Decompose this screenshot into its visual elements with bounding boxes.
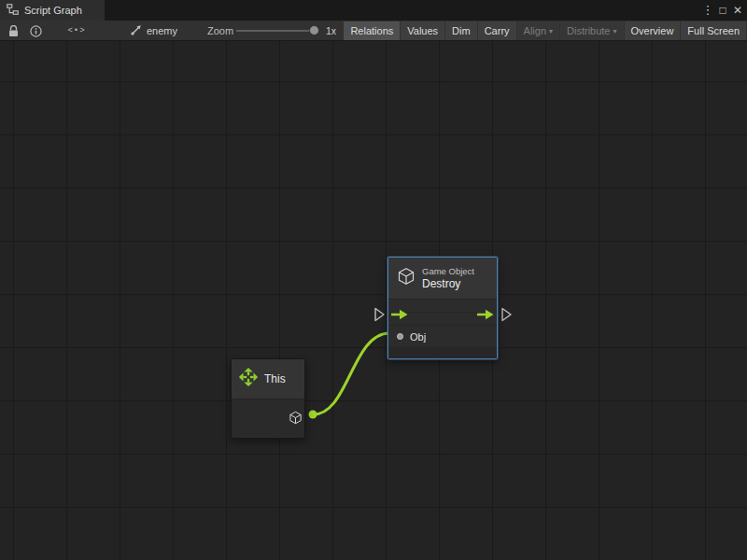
toolbar-button-group: Relations Values Dim Carry Align ▾ Distr… — [344, 21, 746, 40]
chevron-down-icon: ▾ — [613, 27, 617, 35]
align-button: Align ▾ — [517, 21, 559, 40]
dim-label: Dim — [452, 25, 471, 36]
gameobject-output-port-icon[interactable] — [289, 411, 303, 428]
values-button[interactable]: Values — [401, 21, 444, 40]
obj-input-port[interactable] — [397, 333, 403, 340]
graph-canvas[interactable] — [0, 41, 747, 560]
zoom-slider-track[interactable] — [236, 30, 315, 32]
obj-port-label: Obj — [410, 331, 426, 343]
this-node-title: This — [264, 372, 286, 385]
gameobject-cube-icon — [397, 267, 416, 289]
tab-script-graph[interactable]: Script Graph — [0, 0, 105, 21]
distribute-label: Distribute — [567, 25, 610, 36]
code-view-icon[interactable]: <•> — [63, 23, 90, 38]
this-node-body — [232, 399, 304, 437]
graph-name: enemy — [147, 25, 177, 36]
destroy-node-footer — [388, 347, 497, 358]
overview-button[interactable]: Overview — [625, 21, 681, 40]
values-label: Values — [407, 25, 438, 36]
window-controls: ⋮ □ ✕ — [700, 0, 745, 21]
full-screen-button[interactable]: Full Screen — [681, 21, 746, 40]
dim-button[interactable]: Dim — [445, 21, 477, 40]
zoom-label: Zoom — [207, 25, 233, 36]
chevron-down-icon: ▾ — [549, 27, 553, 35]
control-output-arrow-icon[interactable] — [477, 307, 494, 324]
tab-title: Script Graph — [24, 5, 82, 16]
distribute-button: Distribute ▾ — [560, 21, 623, 40]
full-screen-label: Full Screen — [687, 25, 740, 36]
graph-breadcrumb[interactable]: enemy — [131, 21, 177, 41]
this-node[interactable]: This — [231, 358, 305, 439]
maximize-icon[interactable]: □ — [715, 0, 730, 21]
destroy-node-title: Destroy — [422, 277, 474, 290]
destroy-control-row — [388, 300, 497, 326]
overview-label: Overview — [631, 25, 674, 36]
destroy-node[interactable]: Game Object Destroy Obj — [388, 257, 498, 359]
destroy-node-header: Game Object Destroy — [388, 258, 497, 300]
relations-label: Relations — [350, 25, 393, 36]
this-icon — [238, 367, 259, 391]
window-menu-icon[interactable]: ⋮ — [700, 0, 715, 21]
zoom-value: 1x — [326, 25, 336, 36]
destroy-obj-row: Obj — [388, 326, 497, 347]
close-icon[interactable]: ✕ — [730, 0, 745, 21]
relations-button[interactable]: Relations — [344, 21, 400, 40]
align-label: Align — [524, 25, 546, 36]
info-icon[interactable] — [26, 23, 45, 38]
this-node-header: This — [232, 359, 304, 399]
graph-toolbar: <•> enemy Zoom 1x Relations Values — [0, 21, 747, 41]
titlebar: Script Graph ⋮ □ ✕ — [0, 0, 747, 21]
script-graph-window: Script Graph ⋮ □ ✕ <•> — [0, 0, 747, 560]
graph-asset-icon — [131, 22, 142, 39]
zoom-slider-handle[interactable] — [309, 25, 319, 35]
destroy-node-titles: Game Object Destroy — [422, 266, 474, 290]
control-input-arrow-icon[interactable] — [391, 307, 408, 324]
script-graph-icon — [7, 2, 19, 19]
carry-label: Carry — [485, 25, 510, 36]
carry-button[interactable]: Carry — [478, 21, 516, 40]
destroy-node-category: Game Object — [422, 266, 474, 276]
lock-icon[interactable] — [4, 23, 22, 38]
